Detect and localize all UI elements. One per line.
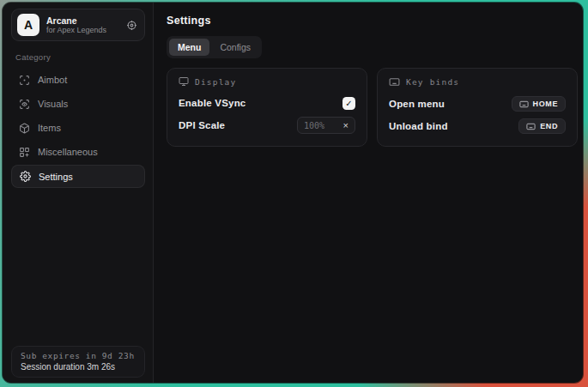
gear-icon	[20, 171, 31, 182]
main-content: Settings Menu Configs Display	[154, 3, 583, 383]
cube-icon	[19, 123, 30, 134]
sidebar-item-label: Miscellaneous	[38, 147, 98, 157]
display-card-title: Display	[195, 77, 236, 87]
unload-keybind-button[interactable]: END	[518, 118, 566, 134]
open-menu-keybind-button[interactable]: HOME	[512, 96, 566, 112]
dpi-label: DPI Scale	[179, 120, 225, 130]
tab-menu[interactable]: Menu	[169, 39, 209, 56]
brand-logo: A	[17, 14, 39, 36]
sidebar-item-label: Visuals	[38, 99, 68, 109]
unload-bind-row: Unload bind END	[389, 115, 566, 137]
vsync-checkbox[interactable]: ✓	[342, 97, 355, 110]
crosshair-scan-icon	[19, 75, 30, 86]
sidebar-item-settings[interactable]: Settings	[11, 165, 145, 188]
display-card: Display Enable VSync ✓ DPI Scale 100% ×	[167, 68, 367, 147]
sidebar-item-aimbot[interactable]: Aimbot	[11, 68, 145, 92]
keybinds-card-header: Key binds	[389, 76, 566, 88]
clear-icon[interactable]: ×	[343, 121, 349, 130]
sidebar-item-label: Aimbot	[38, 75, 67, 85]
vsync-label: Enable VSync	[179, 98, 246, 108]
keyboard-icon	[519, 100, 529, 109]
sub-expiry-text: Sub expires in 9d 23h	[21, 351, 136, 360]
brand-subtitle: for Apex Legends	[46, 26, 119, 34]
brand-title: Arcane	[46, 15, 119, 26]
category-label: Category	[15, 52, 145, 62]
subscription-status-card: Sub expires in 9d 23h Session duration 3…	[11, 346, 145, 378]
keybinds-card-title: Key binds	[406, 77, 459, 87]
vsync-row: Enable VSync ✓	[179, 92, 355, 114]
brand-card: A Arcane for Apex Legends	[11, 9, 145, 41]
sidebar-item-label: Items	[38, 123, 61, 133]
open-menu-row: Open menu HOME	[389, 93, 566, 115]
keyboard-icon	[389, 76, 400, 88]
brand-logo-letter: A	[24, 18, 33, 32]
keybinds-card: Key binds Open menu HOME	[377, 68, 578, 147]
app-window: A Arcane for Apex Legends Category	[3, 3, 583, 383]
crosshair-icon[interactable]	[126, 20, 137, 31]
session-duration-text: Session duration 3m 26s	[21, 362, 136, 372]
page-title: Settings	[167, 15, 578, 27]
dpi-row: DPI Scale 100% ×	[179, 114, 355, 136]
unload-bind-key: END	[540, 122, 558, 130]
blocks-icon	[19, 147, 30, 158]
brand-text: Arcane for Apex Legends	[46, 15, 119, 34]
unload-bind-label: Unload bind	[389, 121, 448, 131]
tab-configs[interactable]: Configs	[211, 39, 259, 56]
open-menu-label: Open menu	[389, 99, 445, 109]
sidebar: A Arcane for Apex Legends Category	[3, 3, 154, 383]
sidebar-item-miscellaneous[interactable]: Miscellaneous	[11, 140, 145, 164]
eye-scan-icon	[19, 99, 30, 110]
sidebar-item-visuals[interactable]: Visuals	[11, 92, 145, 116]
open-menu-key: HOME	[533, 100, 558, 108]
monitor-icon	[179, 76, 189, 87]
sidebar-nav: Aimbot Visuals	[11, 68, 145, 189]
dpi-scale-value: 100%	[304, 121, 324, 130]
sidebar-item-label: Settings	[39, 172, 73, 182]
keyboard-icon	[526, 122, 536, 131]
settings-tabs: Menu Configs	[167, 36, 262, 58]
display-card-header: Display	[179, 76, 355, 87]
dpi-scale-input[interactable]: 100% ×	[297, 117, 355, 134]
settings-cards: Display Enable VSync ✓ DPI Scale 100% ×	[167, 68, 578, 147]
sidebar-item-items[interactable]: Items	[11, 116, 145, 140]
check-icon: ✓	[345, 99, 352, 108]
